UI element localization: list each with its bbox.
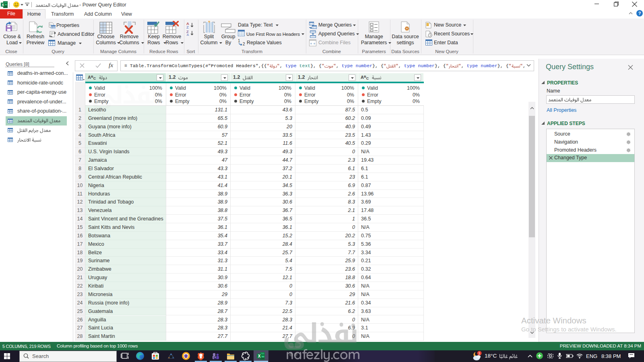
svg-text:X: X [258,354,261,358]
svg-text:Z: Z [186,25,189,29]
svg-text:1: 1 [478,351,480,355]
svg-text:2: 2 [243,42,245,46]
svg-text:1: 1 [238,39,240,43]
svg-text:A: A [186,33,189,36]
svg-text:X: X [2,3,4,7]
